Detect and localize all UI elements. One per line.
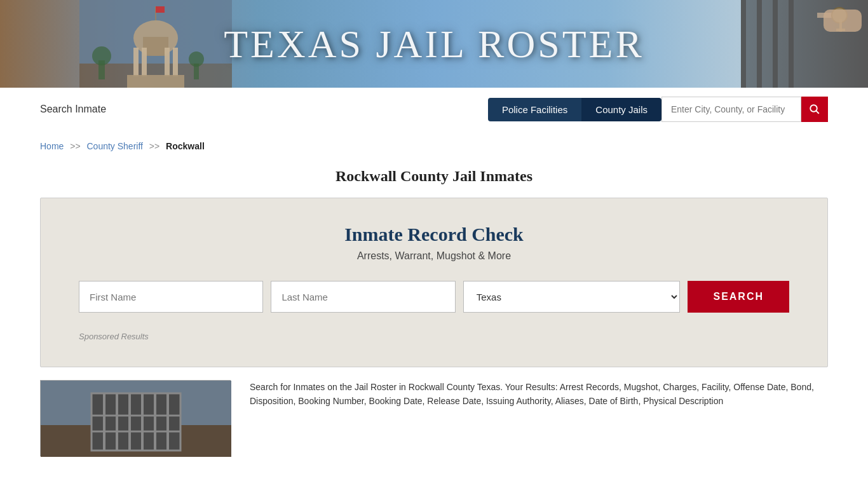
keys-image <box>741 0 868 88</box>
svg-rect-17 <box>757 0 762 88</box>
state-select[interactable]: Texas Alabama Alaska Arizona Arkansas Ca… <box>463 281 681 313</box>
police-facilities-button[interactable]: Police Facilities <box>488 98 581 121</box>
svg-point-12 <box>92 46 111 65</box>
bottom-description: Search for Inmates on the Jail Roster in… <box>250 380 828 409</box>
header-banner: Texas Jail Roster <box>0 0 868 88</box>
facility-search-button[interactable] <box>801 97 828 122</box>
page-title: Rockwall County Jail Inmates <box>0 168 868 185</box>
nav-right: Police Facilities County Jails <box>488 97 828 122</box>
search-icon <box>809 104 820 115</box>
svg-rect-16 <box>741 0 746 88</box>
first-name-input[interactable] <box>79 281 263 313</box>
svg-rect-8 <box>127 75 184 88</box>
breadcrumb-current: Rockwall <box>166 141 205 151</box>
county-jails-button[interactable]: County Jails <box>581 98 661 121</box>
breadcrumb-home[interactable]: Home <box>40 141 64 151</box>
record-check-box: Inmate Record Check Arrests, Warrant, Mu… <box>40 198 828 367</box>
sponsored-results-label: Sponsored Results <box>79 332 789 341</box>
svg-line-26 <box>817 111 819 114</box>
svg-rect-5 <box>142 48 147 76</box>
svg-rect-4 <box>133 48 139 76</box>
bottom-section: Search for Inmates on the Jail Roster in… <box>40 380 828 456</box>
nav-bar: Search Inmate Police Facilities County J… <box>0 88 868 131</box>
record-check-form: Texas Alabama Alaska Arizona Arkansas Ca… <box>79 281 789 313</box>
site-title: Texas Jail Roster <box>224 22 644 67</box>
svg-rect-10 <box>156 6 165 13</box>
svg-rect-24 <box>824 10 862 32</box>
breadcrumb-county-sheriff[interactable]: County Sheriff <box>87 141 143 151</box>
record-search-button[interactable]: SEARCH <box>688 281 789 313</box>
record-check-subtitle: Arrests, Warrant, Mugshot & More <box>79 250 789 262</box>
breadcrumb-sep-2: >> <box>149 141 159 151</box>
record-check-title: Inmate Record Check <box>79 224 789 245</box>
capitol-image <box>79 0 232 88</box>
svg-rect-19 <box>789 0 794 88</box>
svg-point-14 <box>189 51 204 67</box>
breadcrumb-sep-1: >> <box>70 141 80 151</box>
svg-rect-18 <box>773 0 778 88</box>
svg-rect-7 <box>173 48 178 76</box>
search-inmate-label: Search Inmate <box>40 104 106 115</box>
facility-search-input[interactable] <box>661 97 801 122</box>
last-name-input[interactable] <box>271 281 455 313</box>
breadcrumb: Home >> County Sheriff >> Rockwall <box>0 131 868 161</box>
jail-image <box>40 380 231 456</box>
svg-rect-6 <box>165 48 170 76</box>
svg-point-25 <box>810 105 817 112</box>
